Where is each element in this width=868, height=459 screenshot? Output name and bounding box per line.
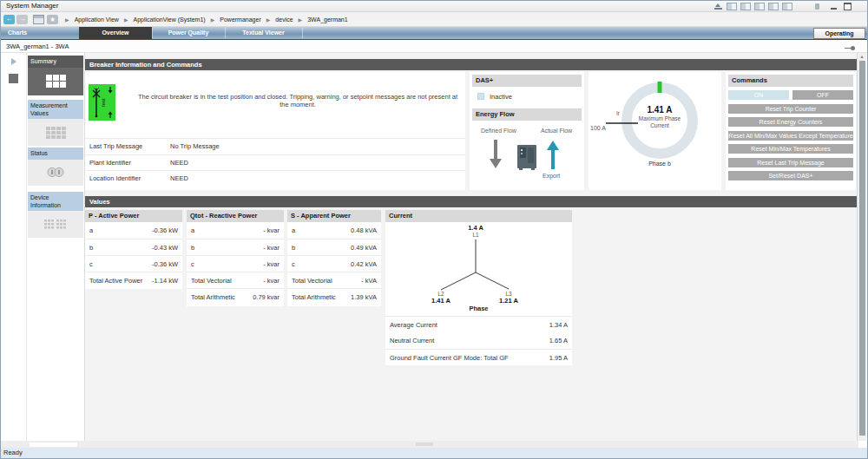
table-row: Total Vectorial- kvar: [187, 272, 284, 288]
commands-card: Commands ON OFF Reset Trip Counter Reset…: [726, 72, 856, 190]
sidebar-item-status[interactable]: Status: [28, 148, 83, 186]
breadcrumb-item[interactable]: ApplicationView (System1): [134, 16, 206, 23]
reset-minmax-values-button[interactable]: Reset All Min/Max Values Except Temperat…: [728, 131, 853, 141]
expand-arrow-icon[interactable]: [11, 58, 16, 65]
tree-edge-strip: [1, 53, 27, 441]
sidebar-item-device-information[interactable]: Device Information: [28, 192, 83, 238]
gauge-ref-value: 100 A: [590, 125, 608, 131]
on-button[interactable]: ON: [728, 90, 789, 100]
row-label: Total Arithmetic: [191, 289, 235, 305]
info-label: Location Identifier: [89, 171, 141, 187]
table-row: Total Arithmetic0.79 kvar: [187, 288, 284, 305]
reactive-power-table: Qtot - Reactive Power a- kvar b- kvar c-…: [187, 210, 284, 306]
gauge-label: Maximum Phase Current: [629, 115, 690, 129]
actual-flow-up-arrow-icon: [546, 140, 560, 169]
info-label: Last Trip Message: [89, 139, 142, 154]
layout-icon-5[interactable]: [782, 3, 792, 10]
phasor-l1-value: 1.4 A: [450, 224, 502, 232]
breadcrumb-separator: ▶: [124, 16, 128, 23]
row-label: Average Current: [390, 317, 437, 332]
row-value: -0.36 kW: [152, 256, 178, 272]
breadcrumb-item[interactable]: device: [275, 16, 293, 23]
reset-last-trip-message-button[interactable]: Reset Last Trip Message: [728, 158, 853, 167]
table-row: b- kvar: [187, 239, 284, 255]
favorite-star-icon[interactable]: ★: [47, 15, 58, 24]
window-view-icon[interactable]: [33, 15, 44, 24]
gauge-value: 1.41 A: [629, 105, 690, 115]
breadcrumb-item[interactable]: Application View: [75, 16, 119, 23]
current-header: Current: [385, 210, 572, 222]
sidebar-item-summary[interactable]: Summary: [28, 56, 83, 95]
info-label: Plant Identifier: [89, 155, 131, 171]
row-value: 1.95 A: [549, 350, 568, 365]
layout-icon-2[interactable]: [740, 3, 751, 10]
row-label: Total Vectorial: [191, 272, 232, 288]
layout-icon-1[interactable]: [727, 3, 737, 10]
pin-icon[interactable]: [845, 45, 855, 50]
breaker-device-icon: [516, 145, 537, 171]
vertical-scrollbar-thumb[interactable]: [859, 61, 865, 436]
row-value: 1.65 A: [549, 332, 568, 349]
tab-overview[interactable]: Overview: [79, 27, 152, 39]
system-manager-window: System Manager ← → ★ ▶ Application View …: [0, 0, 868, 459]
tab-power-quality[interactable]: Power Quality: [152, 27, 225, 39]
forward-arrow-icon[interactable]: →: [16, 15, 28, 24]
das-state-label: Inactive: [490, 93, 512, 101]
set-reset-das-button[interactable]: Set/Reset DAS+: [728, 171, 853, 180]
row-label: b: [89, 239, 93, 255]
measurement-grid-icon: [28, 119, 83, 146]
horizontal-scrollbar[interactable]: [1, 441, 858, 448]
reset-trip-counter-button[interactable]: Reset Trip Counter: [728, 104, 853, 114]
horizontal-scrollbar-thumb[interactable]: [416, 443, 433, 446]
operating-mode-button[interactable]: Operating: [813, 28, 865, 39]
table-header: S - Apparent Power: [287, 210, 381, 222]
breadcrumb-item[interactable]: 3WA_german1: [307, 16, 347, 23]
info-row: Last Trip Message No Trip Message: [85, 138, 465, 154]
table-row: Total Arithmetic1.39 kVA: [287, 288, 381, 305]
table-row: Total Active Power-1.14 kW: [85, 272, 182, 288]
table-row: Total Vectorial- kVA: [287, 272, 381, 288]
tree-node-icon[interactable]: [9, 74, 18, 83]
pin-panel-icon[interactable]: [713, 3, 723, 10]
off-button[interactable]: OFF: [792, 90, 853, 100]
das-checkbox[interactable]: [477, 93, 484, 100]
breaker-status-message: The circuit breaker is in the test posit…: [137, 93, 458, 108]
phasor-l3-label: L3: [483, 291, 535, 297]
layout-icon-3[interactable]: [754, 3, 765, 10]
table-row: a- kvar: [187, 222, 284, 239]
tab-textual-viewer[interactable]: Textual Viewer: [225, 27, 302, 39]
reset-energy-counters-button[interactable]: Reset Energy Counters: [728, 117, 853, 127]
row-label: c: [89, 256, 93, 272]
back-arrow-icon[interactable]: ←: [3, 15, 15, 24]
minimize-button[interactable]: [830, 3, 838, 10]
scroll-up-arrow-icon[interactable]: ▲: [858, 54, 866, 59]
tab-separator: [302, 28, 303, 38]
maximize-button[interactable]: [844, 3, 852, 10]
row-label: Total Vectorial: [292, 272, 332, 288]
tabbar: Charts Overview Power Quality Textual Vi…: [1, 27, 867, 40]
svg-text:test: test: [101, 98, 106, 107]
tab-charts[interactable]: Charts: [8, 27, 27, 39]
breadcrumb-item[interactable]: Powermanager: [220, 16, 260, 23]
table-header: P - Active Power: [85, 210, 182, 222]
sidebar-item-measurement-values[interactable]: Measurement Values: [28, 100, 83, 146]
row-value: 1.39 kVA: [351, 289, 377, 305]
vertical-scrollbar[interactable]: ▲: [857, 53, 866, 441]
table-row: Average Current1.34 A: [385, 316, 572, 332]
layout-icon-4[interactable]: [768, 3, 779, 10]
row-value: - kvar: [263, 222, 279, 239]
info-row: Location Identifier NEED: [85, 170, 465, 186]
gauge-phase-label: Phase b: [629, 161, 690, 167]
breadcrumb-separator: ▶: [65, 16, 69, 23]
row-label: c: [292, 256, 295, 272]
table-row: a-0.36 kW: [85, 222, 182, 239]
table-row: c0.42 kVA: [287, 255, 381, 272]
breadcrumb-separator: ▶: [299, 16, 303, 23]
active-power-table: P - Active Power a-0.36 kW b-0.43 kW c-0…: [85, 210, 182, 289]
reset-minmax-temperatures-button[interactable]: Reset Min/Max Temperatures: [728, 144, 853, 154]
info-value: NEED: [170, 155, 188, 171]
horizontal-scrollbar-thumb[interactable]: [30, 443, 77, 447]
row-value: 0.49 kVA: [351, 239, 377, 255]
row-value: -0.43 kW: [152, 239, 178, 255]
gauge-ref-name: Ir: [604, 110, 620, 116]
